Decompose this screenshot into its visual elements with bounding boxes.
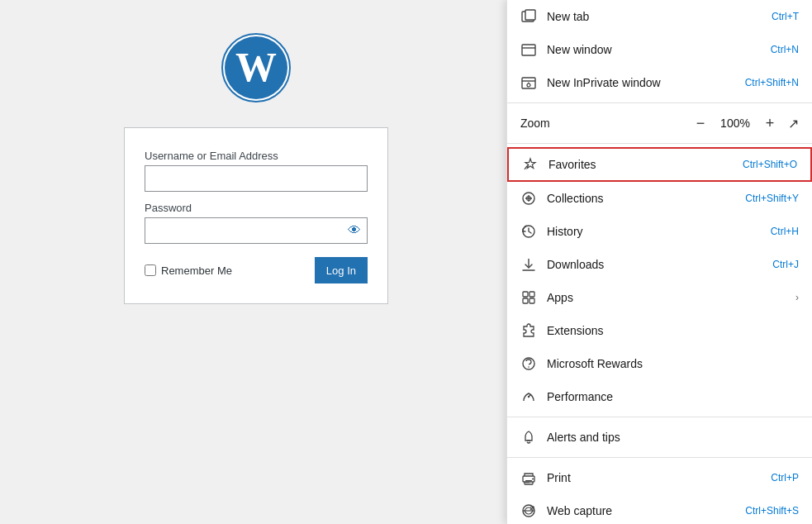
history-icon [520,223,537,240]
web-capture-shortcut: Ctrl+Shift+S [745,505,799,517]
apps-chevron-icon: › [795,292,799,303]
inprivate-label: New InPrivate window [547,76,745,89]
username-input[interactable] [145,165,368,192]
wp-login-background: W Username or Email Address Password 👁 R… [0,0,512,524]
extensions-label: Extensions [547,324,799,337]
zoom-label: Zoom [520,117,691,130]
new-tab-label: New tab [547,10,772,23]
svg-rect-29 [525,482,529,483]
favorites-icon [522,156,539,173]
webcapture-icon [520,503,537,519]
menu-item-inprivate[interactable]: New InPrivate window Ctrl+Shift+N [507,66,812,99]
password-label: Password [145,202,368,214]
svg-rect-16 [523,292,528,297]
apps-icon [520,289,537,306]
downloads-shortcut: Ctrl+J [772,259,799,270]
remember-row: Remember Me Log In [145,257,368,283]
username-label: Username or Email Address [145,150,368,162]
svg-point-21 [528,366,529,368]
svg-rect-19 [529,298,534,303]
zoom-value: 100% [719,117,752,130]
inprivate-shortcut: Ctrl+Shift+N [745,77,799,88]
menu-item-alerts[interactable]: Alerts and tips [507,421,812,454]
remember-checkbox[interactable] [145,264,156,276]
menu-item-web-capture[interactable]: Web capture Ctrl+Shift+S [507,494,812,524]
svg-rect-17 [529,292,534,297]
divider-3 [507,417,812,417]
divider-4 [507,457,812,458]
menu-item-new-tab[interactable]: New tab Ctrl+T [507,0,812,33]
svg-point-27 [532,479,534,480]
print-shortcut: Ctrl+P [771,472,799,484]
browser-menu: New tab Ctrl+T New window Ctrl+N New InP… [506,0,812,524]
menu-item-history[interactable]: History Ctrl+H [507,215,812,248]
remember-text: Remember Me [161,264,232,277]
apps-label: Apps [547,291,789,304]
favorites-label: Favorites [548,158,743,171]
divider-1 [507,102,812,103]
new-tab-shortcut: Ctrl+T [772,11,799,22]
remember-label: Remember Me [145,264,232,277]
alerts-label: Alerts and tips [547,431,799,444]
new-window-label: New window [547,43,771,56]
rewards-label: Microsoft Rewards [547,357,799,370]
print-icon [520,469,537,486]
menu-item-downloads[interactable]: Downloads Ctrl+J [507,248,812,281]
password-input[interactable] [145,217,368,244]
extensions-icon [520,322,537,339]
menu-item-collections[interactable]: Collections Ctrl+Shift+Y [507,182,812,215]
divider-2 [507,143,812,144]
menu-item-favorites[interactable]: Favorites Ctrl+Shift+O [507,147,812,182]
new-window-shortcut: Ctrl+N [771,44,799,55]
svg-text:W: W [235,44,277,90]
menu-item-apps[interactable]: Apps › [507,281,812,314]
web-capture-label: Web capture [547,504,745,517]
password-wrap: 👁 [145,217,368,254]
history-label: History [547,225,771,238]
downloads-icon [520,256,537,273]
new-tab-icon [520,8,537,25]
collections-icon [520,190,537,207]
menu-item-new-window[interactable]: New window Ctrl+N [507,33,812,66]
collections-shortcut: Ctrl+Shift+Y [745,193,799,204]
menu-item-extensions[interactable]: Extensions [507,314,812,347]
rewards-icon [520,355,537,372]
zoom-fullscreen-icon[interactable]: ↗ [788,116,799,131]
svg-point-9 [527,83,530,87]
alerts-icon [520,429,537,445]
show-password-icon[interactable]: 👁 [348,223,361,238]
menu-item-rewards[interactable]: Microsoft Rewards [507,347,812,380]
svg-rect-4 [525,10,535,20]
login-button[interactable]: Log In [315,257,368,283]
menu-item-print[interactable]: Print Ctrl+P [507,461,812,494]
svg-rect-28 [525,480,532,481]
inprivate-icon [520,74,537,91]
print-label: Print [547,471,771,484]
wp-login-box: Username or Email Address Password 👁 Rem… [124,127,388,304]
zoom-in-button[interactable]: + [760,113,780,133]
wp-logo-icon: W [221,33,291,102]
downloads-label: Downloads [547,258,772,271]
new-window-icon [520,41,537,58]
svg-point-23 [528,396,529,398]
svg-rect-18 [523,298,528,303]
zoom-out-button[interactable]: − [691,113,710,133]
history-shortcut: Ctrl+H [771,226,799,237]
menu-item-performance[interactable]: Performance [507,380,812,413]
performance-icon [520,388,537,405]
svg-rect-5 [522,45,535,55]
collections-label: Collections [547,192,745,205]
zoom-controls: − 100% + [691,113,780,133]
zoom-row: Zoom − 100% + ↗ [507,107,812,140]
favorites-shortcut: Ctrl+Shift+O [743,159,797,170]
performance-label: Performance [547,390,799,403]
